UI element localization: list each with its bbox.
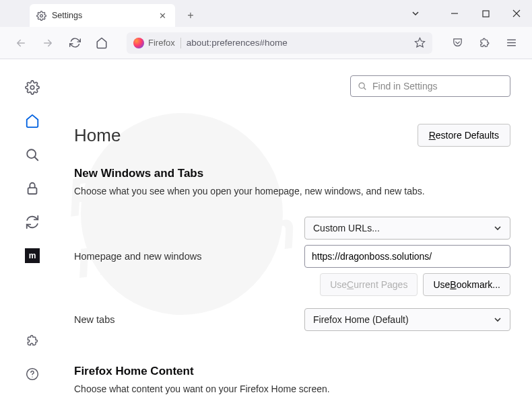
help-icon	[26, 367, 39, 381]
newtabs-dropdown[interactable]: Firefox Home (Default)	[304, 308, 510, 331]
nav-reload-button[interactable]	[65, 33, 85, 53]
svg-point-0	[40, 14, 43, 17]
svg-point-13	[359, 83, 364, 88]
sidebar-item-search[interactable]	[19, 141, 46, 168]
chevron-down-icon	[411, 9, 420, 17]
section-new-windows-desc: Choose what you see when you open your h…	[74, 186, 510, 196]
reload-icon	[69, 37, 81, 48]
svg-point-7	[30, 85, 34, 89]
dropdown-value: Firefox Home (Default)	[313, 314, 409, 325]
identity-label: Firefox	[148, 38, 175, 48]
gear-icon	[36, 11, 46, 21]
identity-box[interactable]: Firefox	[133, 38, 181, 48]
sidebar-item-general[interactable]	[19, 74, 46, 101]
find-in-settings-input[interactable]: Find in Settings	[350, 75, 510, 97]
puzzle-icon	[26, 334, 39, 347]
arrow-left-icon	[15, 37, 27, 49]
nav-home-button[interactable]	[92, 33, 112, 53]
svg-rect-2	[483, 11, 489, 17]
sidebar-item-help[interactable]	[19, 361, 46, 388]
lock-icon	[25, 181, 40, 196]
svg-line-14	[364, 87, 366, 89]
search-icon	[358, 81, 367, 91]
close-icon	[512, 9, 521, 17]
sidebar-item-sync[interactable]	[19, 209, 46, 235]
newtabs-label: New tabs	[74, 314, 304, 325]
content-area: PCrisk.com m	[0, 59, 532, 401]
toolbar: Firefox about:preferences#home	[0, 27, 532, 59]
m-icon: m	[25, 248, 40, 263]
use-current-pages-button: Use Current Pages	[320, 273, 418, 296]
window-minimize-button[interactable]	[439, 0, 470, 27]
chevron-down-icon	[494, 224, 502, 232]
gear-icon	[25, 80, 40, 95]
extensions-button[interactable]	[474, 33, 494, 53]
search-placeholder: Find in Settings	[372, 81, 438, 92]
bookmark-star-button[interactable]	[414, 37, 426, 48]
tab-close-button[interactable]: ✕	[156, 9, 168, 22]
homepage-label: Homepage and new windows	[74, 251, 304, 262]
window-close-button[interactable]	[501, 0, 532, 27]
hamburger-icon	[506, 37, 517, 48]
section-home-content-title: Firefox Home Content	[74, 365, 510, 378]
new-tab-button[interactable]: +	[180, 5, 201, 26]
main-content: Find in Settings Home Restore Defaults N…	[65, 59, 532, 401]
tab-settings[interactable]: Settings ✕	[30, 4, 175, 27]
dropdown-value: Custom URLs...	[313, 223, 380, 233]
nav-back-button[interactable]	[11, 33, 31, 53]
sidebar: m	[0, 59, 65, 401]
pocket-button[interactable]	[447, 33, 467, 53]
sidebar-item-extensions[interactable]	[19, 327, 46, 354]
window-maximize-button[interactable]	[470, 0, 501, 27]
app-menu-button[interactable]	[501, 33, 521, 53]
section-home-content-desc: Choose what content you want on your Fir…	[74, 384, 510, 394]
address-bar[interactable]: Firefox about:preferences#home	[127, 32, 432, 54]
section-new-windows-title: New Windows and Tabs	[74, 167, 510, 180]
puzzle-icon	[479, 37, 490, 48]
sidebar-item-privacy[interactable]	[19, 175, 46, 202]
tabs-dropdown-button[interactable]	[400, 0, 431, 27]
address-url: about:preferences#home	[187, 38, 288, 48]
page-title: Home	[74, 125, 121, 146]
home-icon	[25, 114, 40, 129]
sidebar-item-more[interactable]: m	[19, 242, 46, 269]
svg-marker-3	[415, 38, 424, 46]
nav-forward-button[interactable]	[38, 33, 58, 53]
restore-label: estore Defaults	[436, 130, 499, 141]
svg-rect-10	[28, 188, 37, 194]
maximize-icon	[482, 10, 490, 17]
homepage-url-input[interactable]	[304, 245, 510, 268]
sync-icon	[25, 215, 40, 229]
homepage-mode-dropdown[interactable]: Custom URLs...	[304, 217, 510, 240]
search-icon	[25, 147, 40, 162]
sidebar-item-home[interactable]	[19, 108, 46, 135]
svg-line-9	[34, 157, 38, 160]
minimize-icon	[451, 9, 459, 17]
tab-bar: Settings ✕ +	[0, 0, 532, 27]
firefox-logo-icon	[133, 38, 144, 48]
pocket-icon	[452, 37, 463, 48]
home-icon	[96, 37, 108, 49]
star-icon	[414, 37, 426, 48]
chevron-down-icon	[494, 316, 502, 324]
tab-title: Settings	[52, 11, 82, 20]
arrow-right-icon	[42, 37, 54, 49]
svg-point-12	[32, 377, 32, 377]
use-bookmark-button[interactable]: Use Bookmark...	[423, 273, 510, 296]
restore-defaults-button[interactable]: Restore Defaults	[418, 124, 510, 147]
